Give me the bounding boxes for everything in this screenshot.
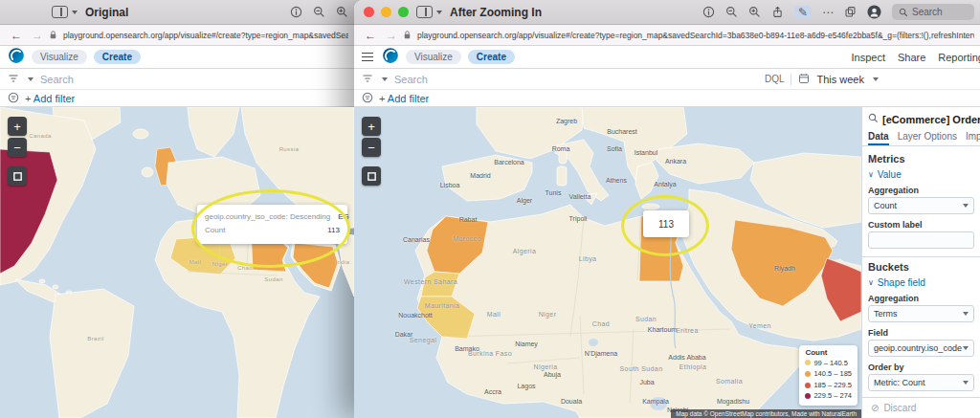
lock-icon [402,27,412,44]
left-query-bar[interactable]: Search [0,69,354,90]
tab-import-vector-map[interactable]: Import Vector Map [966,128,980,145]
chevron-down-icon [963,312,969,316]
field-select[interactable]: geoip.country.iso_code [868,340,974,357]
map-zoom-out-button[interactable]: − [362,138,381,157]
maximize-window-button[interactable] [398,7,409,17]
profile-avatar[interactable] [867,5,881,19]
legend-item-label: 99 – 140.5 [813,358,847,369]
close-window-button[interactable] [364,7,374,17]
top-nav-actions: Inspect Share Reporting [851,52,980,63]
filter-menu-icon[interactable] [8,71,19,88]
legend-item-label: 140.5 – 185 [813,368,852,380]
share-button[interactable]: Share [898,52,925,63]
edit-icon[interactable]: ✎ [794,6,812,19]
zoom-in-icon[interactable] [748,6,761,18]
left-address-bar[interactable]: ← → playground.opensearch.org/app/visual… [0,25,354,46]
shape-field-group-toggle[interactable]: ∨ Shape field [868,277,974,288]
breadcrumb-create[interactable]: Create [468,50,515,64]
query-language-button[interactable]: DQL [765,74,785,84]
right-titlebar[interactable]: After Zooming In ✎ ⋯ Search [354,0,980,25]
discard-button[interactable]: ⊘ Discard [862,397,980,418]
map-zoom-in-button[interactable]: + [8,117,27,136]
right-address-bar[interactable]: ← → playground.opensearch.org/app/visual… [354,25,980,46]
chevron-down-icon[interactable] [873,77,879,81]
tab-overview-icon[interactable] [52,6,68,18]
zoomed-map[interactable] [354,107,861,418]
back-icon[interactable]: ← [11,30,22,41]
time-range-picker[interactable]: This week [816,74,864,85]
legend-color-dot [805,371,811,377]
metrics-aggregation-select[interactable]: Count [868,197,974,214]
url-text[interactable]: playground.opensearch.org/app/visualize#… [417,31,974,40]
map-fit-bounds-button[interactable] [8,166,27,186]
tooltip-count-value: 113 [658,219,674,230]
legend-list: 99 – 140.5140.5 – 185185 – 229.5229.5 – … [805,358,852,403]
legend-item-label: 229.5 – 274 [813,390,852,402]
legend-item: 140.5 – 185 [805,368,852,380]
chevron-down-icon [436,11,442,14]
chevron-down-icon [963,346,969,350]
zoom-out-icon[interactable] [313,6,325,18]
filter-settings-icon[interactable] [362,90,373,107]
share-icon[interactable] [771,6,784,18]
calendar-icon[interactable] [798,73,810,86]
tooltip-field-label: geoip.country_iso_code: Descending [205,210,330,224]
search-input[interactable]: Search [40,74,74,85]
custom-label-input[interactable] [868,231,974,249]
value-group-toggle[interactable]: ∨ Value [868,169,974,180]
zoom-out-icon[interactable] [725,6,738,18]
forward-icon[interactable]: → [32,30,43,41]
right-query-bar[interactable]: Search DQL This week [354,69,980,90]
more-icon[interactable]: ⋯ [822,7,834,18]
map-zoom-in-button[interactable]: + [362,117,381,136]
order-by-select[interactable]: Metric: Count [868,374,974,391]
add-filter-button[interactable]: + Add filter [379,93,429,104]
url-text[interactable]: playground.opensearch.org/app/visualize#… [63,31,348,40]
chevron-down-icon [963,381,969,385]
panel-body: Metrics ∨ Value Aggregation Count Custom… [862,146,980,407]
info-icon[interactable] [290,6,302,18]
breadcrumb-visualize[interactable]: Visualize [406,50,461,64]
add-filter-button[interactable]: + Add filter [25,93,75,104]
minimize-window-button[interactable] [381,7,391,17]
right-filter-bar: + Add filter [354,90,980,107]
world-map[interactable] [0,107,354,418]
left-region-map[interactable]: CanadaRussiaMaliNigerChadSudanBrazilIndi… [0,107,354,418]
left-browser-window: Original ← → playground.opensearch.org/a… [0,0,354,418]
field-value: geoip.country.iso_code [874,343,962,353]
saved-search-title[interactable]: [eCommerce] Orders [882,114,980,125]
opensearch-logo-icon[interactable] [8,47,25,68]
chevron-down-icon [382,77,388,81]
tooltip-field-row: geoip.country_iso_code: Descending EG [205,210,340,224]
map-fit-bounds-button[interactable] [362,166,381,186]
inspect-button[interactable]: Inspect [851,52,884,63]
search-input[interactable]: Search [394,74,428,85]
tab-layer-options[interactable]: Layer Options [898,128,957,145]
map-zoom-out-button[interactable]: − [8,138,27,157]
zoom-in-icon[interactable] [336,6,348,18]
opensearch-logo-icon[interactable] [382,47,399,68]
browser-search-field[interactable]: Search [892,4,974,20]
new-window-icon[interactable] [844,6,857,18]
window-title: After Zooming In [450,6,542,19]
left-titlebar[interactable]: Original [0,0,354,25]
reporting-button[interactable]: Reporting [938,52,980,63]
legend-item: 99 – 140.5 [805,358,852,369]
map-tooltip: geoip.country_iso_code: Descending EG Co… [197,205,347,244]
filter-settings-icon[interactable] [8,90,19,107]
info-icon[interactable] [702,6,715,18]
panel-tabs: Data Layer Options Import Vector Map [862,128,980,146]
traffic-lights [364,7,409,17]
filter-menu-icon[interactable] [362,71,373,88]
forward-icon[interactable]: → [386,30,397,41]
metrics-aggregation-value: Count [874,201,897,210]
back-icon[interactable]: ← [365,30,376,41]
bucket-aggregation-select[interactable]: Terms [868,305,974,322]
breadcrumb-visualize[interactable]: Visualize [32,50,87,64]
menu-icon[interactable] [362,53,373,62]
tab-data[interactable]: Data [868,128,889,145]
right-region-map[interactable]: ZagrebBucharestRomaSofiaIstanbulAnkaraBa… [354,107,861,418]
tab-overview-icon[interactable] [416,6,433,18]
breadcrumb-create[interactable]: Create [94,50,141,64]
chevron-down-icon [963,204,969,208]
